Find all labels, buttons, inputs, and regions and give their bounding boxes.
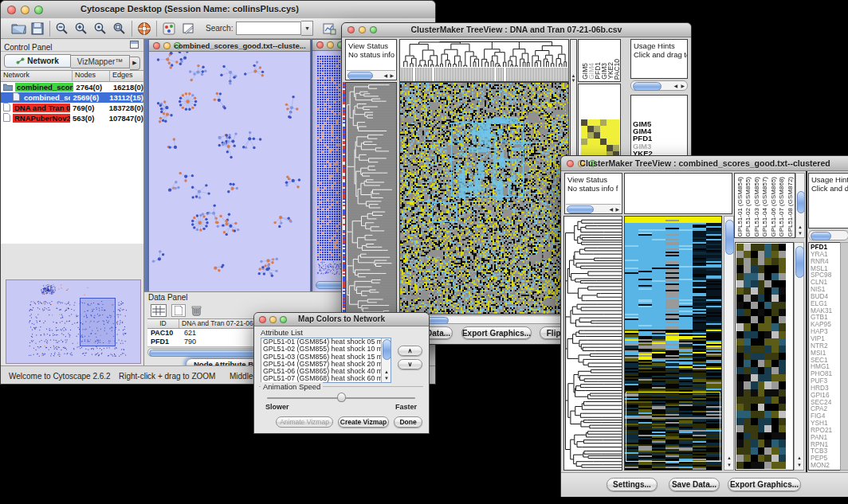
scroll-up-icon[interactable]: ▲ <box>798 225 803 229</box>
scroll-up-icon[interactable]: ▲ <box>384 369 389 374</box>
treeview2-title-bar[interactable]: ClusterMaker TreeView : combined_scores_… <box>561 156 848 171</box>
view-status-text: No status info f <box>565 184 622 193</box>
scroll-left-icon[interactable]: ◀ <box>673 84 677 88</box>
network-window-title: combined_scores_good.txt--cluste... <box>173 41 307 50</box>
search-dropdown-button[interactable]: ▼ <box>301 21 313 36</box>
attribute-listbox[interactable]: GPL51-01 (GSM854) heat shock 05 minGPL51… <box>261 338 391 383</box>
scroll-down-icon[interactable]: ▼ <box>797 463 802 467</box>
network-table-row[interactable]: combined_sco2569(6)13112(15) <box>1 92 143 103</box>
h-scrollbar-thumb[interactable] <box>811 232 831 240</box>
similarity-matrix-canvas[interactable] <box>581 119 619 158</box>
move-down-button[interactable]: ∨ <box>398 359 422 369</box>
tv2-gene-list-panel: PFD1YRA1RNR4MSL1SPC98CLN1NIS1BUD4ELG1MAK… <box>808 242 840 471</box>
new-document-icon[interactable] <box>171 304 186 317</box>
table-grid-icon[interactable] <box>151 304 167 317</box>
animation-speed-label: Animation Speed <box>261 382 323 391</box>
tv2-column-tree-panel <box>624 173 732 214</box>
move-up-button[interactable]: ∧ <box>398 346 422 356</box>
zoom-matrix-canvas[interactable] <box>736 244 786 469</box>
column-dendrogram-canvas[interactable] <box>400 40 568 81</box>
save-data-button[interactable]: Save Data... <box>669 478 720 491</box>
heatmap-canvas[interactable] <box>625 217 721 470</box>
zoom-fit-icon[interactable] <box>110 20 129 37</box>
gene-label[interactable]: MON2 <box>811 462 840 469</box>
minimize-button[interactable] <box>163 42 171 49</box>
scroll-left-icon[interactable]: ◀ <box>383 73 387 78</box>
network-table-row[interactable]: combined_scores2764(0)16218(0) <box>1 82 143 92</box>
h-scrollbar-thumb[interactable] <box>347 72 373 80</box>
column-label: GPL51-06 (GSM865) <box>770 177 778 237</box>
minimize-button[interactable] <box>21 6 29 14</box>
column-label: YKE2 <box>607 62 613 80</box>
v-scrollbar-thumb[interactable] <box>725 220 734 255</box>
speed-slider-thumb[interactable] <box>337 393 346 402</box>
heatmap-canvas[interactable] <box>400 83 568 314</box>
scroll-right-icon[interactable]: ▶ <box>615 207 619 212</box>
tab-vizmapper[interactable]: VizMapper™ <box>71 55 130 68</box>
scroll-up-icon[interactable]: ▲ <box>797 455 802 460</box>
export-graphics-button[interactable]: Export Graphics... <box>461 326 532 339</box>
zoom-selected-icon[interactable] <box>91 20 110 37</box>
v-scrollbar-thumb[interactable] <box>795 246 804 278</box>
control-panel-title: Control Panel <box>1 43 53 52</box>
create-vizmap-button[interactable]: Create Vizmap <box>338 416 389 428</box>
column-label: GPL51-04 (GSM857) <box>761 177 769 237</box>
scroll-down-icon[interactable]: ▼ <box>727 463 732 467</box>
view-status-title: View Status <box>565 174 622 184</box>
scroll-up-icon[interactable]: ▲ <box>727 455 732 460</box>
zoom-in-icon[interactable] <box>72 20 91 37</box>
annotation-icon[interactable] <box>179 20 198 37</box>
scroll-down-icon[interactable]: ▼ <box>384 376 389 381</box>
dialog-title-bar[interactable]: Map Colors to Network <box>254 313 429 326</box>
scroll-right-icon[interactable]: ▶ <box>390 73 394 78</box>
scroll-left-icon[interactable]: ◀ <box>609 207 613 212</box>
h-scrollbar-thumb[interactable] <box>567 205 594 213</box>
vizmapper-icon[interactable] <box>159 20 179 37</box>
help-lifesaver-icon[interactable] <box>135 20 154 37</box>
close-button[interactable] <box>316 41 324 49</box>
settings-button[interactable]: Settings... <box>607 478 658 491</box>
animate-vizmap-button[interactable]: Animate Vizmap <box>276 416 333 428</box>
zoom-out-icon[interactable] <box>53 20 72 37</box>
network-window-1-title-bar[interactable]: combined_scores_good.txt--cluste... <box>149 40 310 52</box>
tv1-heatmap-panel <box>399 82 569 315</box>
trash-icon[interactable] <box>190 304 202 317</box>
search-input[interactable] <box>236 21 301 35</box>
network-table-row[interactable]: RNAPuberNov2+563(0)107847(0) <box>1 113 143 123</box>
scroll-down-icon[interactable]: ▼ <box>798 231 803 236</box>
tv1-column-labels-panel: GIM5GIM4PFD1GIM3YKE2PAC10 <box>578 39 621 82</box>
close-button[interactable] <box>7 6 16 14</box>
control-panel: Control Panel Network VizMapper™ ▶ Netwo… <box>1 39 144 365</box>
v-scrollbar-thumb[interactable] <box>383 339 391 360</box>
export-graphics-button[interactable]: Export Graphics... <box>728 478 801 491</box>
network-view-canvas[interactable] <box>149 52 308 291</box>
open-folder-icon[interactable] <box>9 20 28 37</box>
v-scrollbar-thumb[interactable] <box>797 191 805 213</box>
network-overview-panel[interactable] <box>6 279 141 364</box>
done-button[interactable]: Done <box>394 416 422 428</box>
network-overview-canvas[interactable] <box>6 280 139 361</box>
tv2-divider <box>806 171 807 494</box>
network-table-row[interactable]: DNA and Tran 07769(0)183728(0) <box>1 103 143 113</box>
nodes-count: 769(0) <box>70 104 107 112</box>
row-dendrogram-canvas[interactable] <box>564 217 622 470</box>
tv2-usage-scrollbar <box>808 230 848 240</box>
close-button[interactable] <box>153 42 160 49</box>
column-label: PFD1 <box>594 62 600 80</box>
tab-overflow-button[interactable]: ▶ <box>130 57 140 70</box>
zoom-button[interactable] <box>34 6 43 14</box>
scroll-right-icon[interactable]: ▶ <box>681 84 685 88</box>
view-status-title: View Status <box>346 40 396 50</box>
treeview1-title-bar[interactable]: ClusterMaker TreeView : DNA and Tran 07-… <box>342 23 691 37</box>
save-icon[interactable] <box>28 20 47 37</box>
tab-network[interactable]: Network <box>4 54 71 68</box>
minimize-button[interactable] <box>327 41 334 49</box>
h-scrollbar-thumb[interactable] <box>633 82 662 91</box>
network-overview-icon[interactable] <box>320 20 339 37</box>
main-title-bar[interactable]: Cytoscape Desktop (Session Name: collins… <box>1 1 435 19</box>
scroll-down-icon[interactable]: ▼ <box>571 78 576 83</box>
float-panel-icon[interactable] <box>130 41 139 49</box>
edges-count: 183728(0) <box>107 104 143 112</box>
tv2-footer: Settings... Save Data... Export Graphics… <box>561 472 848 497</box>
row-dendrogram-canvas[interactable] <box>346 83 396 314</box>
